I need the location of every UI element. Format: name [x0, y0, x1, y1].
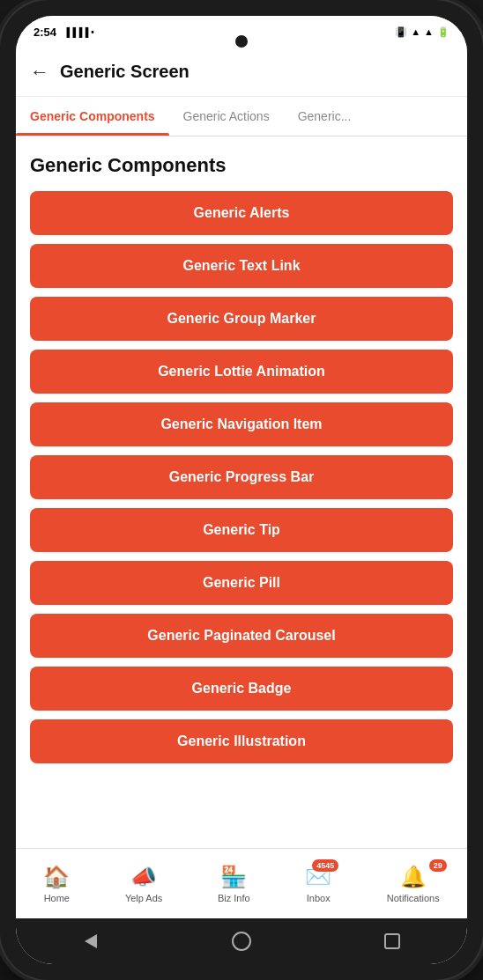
system-recent-button[interactable] [379, 928, 405, 954]
phone-nav-bar [16, 918, 467, 964]
nav-biz-info[interactable]: 🏪 Biz Info [218, 865, 250, 903]
back-button[interactable]: ← [30, 61, 49, 84]
btn-generic-group-marker[interactable]: Generic Group Marker [30, 297, 453, 341]
wifi-icon: ▲ [411, 26, 420, 37]
recent-rect-icon [384, 933, 400, 949]
nav-notifications[interactable]: 🔔 29 Notifications [387, 865, 440, 903]
home-circle-icon [232, 932, 251, 951]
nav-inbox-label: Inbox [307, 893, 331, 903]
home-icon: 🏠 [43, 865, 70, 889]
tab-generic-components[interactable]: Generic Components [16, 97, 169, 136]
phone-screen: 2:54 ▐▐▐▐ • 📳 ▲ ▲ 🔋 ← Generic Screen Gen… [16, 16, 467, 964]
app-bar: ← Generic Screen [16, 48, 467, 97]
signal-icons: ▐▐▐▐ • [63, 27, 94, 37]
status-bar-right: 📳 ▲ ▲ 🔋 [395, 26, 450, 38]
inbox-badge: 4545 [312, 859, 338, 872]
btn-generic-text-link[interactable]: Generic Text Link [30, 244, 453, 288]
vibrate-icon: 📳 [395, 26, 407, 38]
screen-title: Generic Screen [60, 62, 189, 82]
status-bar-left: 2:54 ▐▐▐▐ • [33, 26, 94, 39]
btn-generic-tip[interactable]: Generic Tip [30, 508, 453, 552]
btn-generic-progress-bar[interactable]: Generic Progress Bar [30, 455, 453, 499]
nav-yelp-ads-label: Yelp Ads [125, 893, 162, 903]
nav-home[interactable]: 🏠 Home [43, 865, 70, 903]
signal-bar: ▲ [424, 26, 434, 37]
btn-generic-navigation-item[interactable]: Generic Navigation Item [30, 402, 453, 446]
btn-generic-lottie-animation[interactable]: Generic Lottie Animation [30, 350, 453, 394]
time-display: 2:54 [33, 26, 56, 39]
section-title: Generic Components [30, 154, 453, 177]
battery-icon: 🔋 [437, 26, 450, 38]
status-bar: 2:54 ▐▐▐▐ • 📳 ▲ ▲ 🔋 [16, 16, 467, 48]
tab-generic-other[interactable]: Generic... [284, 97, 366, 136]
btn-generic-pill[interactable]: Generic Pill [30, 561, 453, 605]
yelp-ads-icon: 📣 [130, 865, 157, 889]
btn-generic-alerts[interactable]: Generic Alerts [30, 191, 453, 235]
notifications-badge: 29 [429, 859, 447, 872]
nav-yelp-ads[interactable]: 📣 Yelp Ads [125, 865, 162, 903]
nav-notifications-label: Notifications [387, 893, 440, 903]
biz-info-icon: 🏪 [220, 865, 247, 889]
tabs-bar: Generic Components Generic Actions Gener… [16, 97, 467, 136]
nav-inbox[interactable]: ✉️ 4545 Inbox [305, 865, 331, 903]
system-home-button[interactable] [228, 928, 255, 954]
btn-generic-paginated-carousel[interactable]: Generic Paginated Carousel [30, 614, 453, 658]
system-back-button[interactable] [78, 928, 104, 954]
content-area: Generic Components Generic Alerts Generi… [16, 136, 467, 848]
nav-biz-info-label: Biz Info [218, 893, 250, 903]
btn-generic-illustration[interactable]: Generic Illustration [30, 719, 453, 763]
phone-device: 2:54 ▐▐▐▐ • 📳 ▲ ▲ 🔋 ← Generic Screen Gen… [0, 0, 483, 980]
nav-home-label: Home [44, 893, 70, 903]
camera-notch [235, 35, 248, 48]
back-arrow-icon [85, 934, 97, 948]
btn-generic-badge[interactable]: Generic Badge [30, 667, 453, 711]
bottom-nav: 🏠 Home 📣 Yelp Ads 🏪 Biz Info ✉️ 4545 Inb… [16, 848, 467, 918]
notifications-icon: 🔔 [400, 865, 427, 889]
tab-generic-actions[interactable]: Generic Actions [169, 97, 284, 136]
